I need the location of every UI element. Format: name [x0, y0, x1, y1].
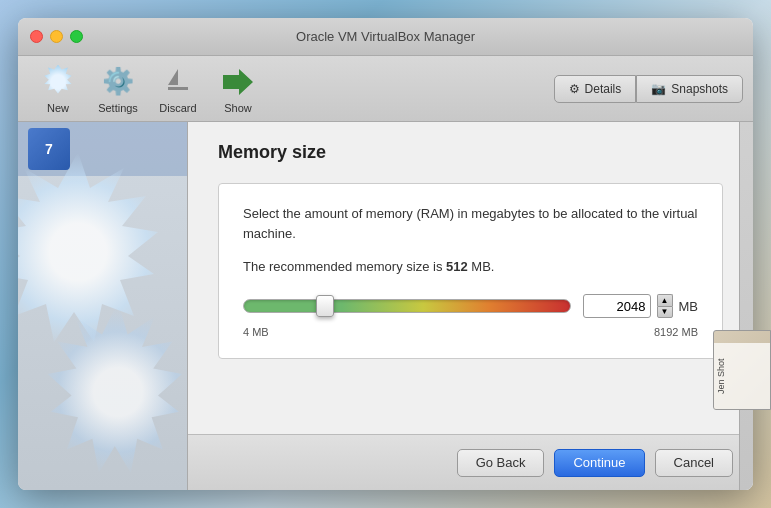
tab-details[interactable]: ⚙ Details: [554, 75, 637, 103]
go-back-button[interactable]: Go Back: [457, 449, 545, 477]
toolbar-right: ⚙ Details 📷 Snapshots: [554, 75, 743, 103]
snapshot-label: Jen Shot: [716, 346, 727, 406]
toolbar: New ⚙️ Settings Discard: [18, 56, 753, 122]
gear-icon: ⚙️: [100, 64, 136, 100]
slider-min-label: 4 MB: [243, 326, 269, 338]
memory-input-group: ▲ ▼ MB: [583, 294, 699, 318]
slider-max-label: 8192 MB: [654, 326, 698, 338]
decorative-starburst-1: [18, 152, 178, 352]
memory-spinner: ▲ ▼: [657, 294, 673, 318]
dialog-recommended: The recommended memory size is 512 MB.: [243, 259, 698, 274]
continue-button[interactable]: Continue: [554, 449, 644, 477]
toolbar-item-settings[interactable]: ⚙️ Settings: [88, 61, 148, 117]
close-button[interactable]: [30, 30, 43, 43]
memory-slider-thumb[interactable]: [316, 295, 334, 317]
spinner-up-button[interactable]: ▲: [657, 294, 673, 306]
main-panel: Memory size Select the amount of memory …: [188, 122, 753, 490]
tab-snapshots[interactable]: 📷 Snapshots: [636, 75, 743, 103]
cancel-button[interactable]: Cancel: [655, 449, 733, 477]
svg-marker-0: [168, 69, 178, 85]
toolbar-item-discard[interactable]: Discard: [148, 61, 208, 117]
right-scrollbar[interactable]: [739, 122, 753, 490]
toolbar-item-new[interactable]: New: [28, 61, 88, 117]
dialog-title: Memory size: [218, 142, 723, 163]
content-area: 7 Memory size Select the amount of memor…: [18, 122, 753, 490]
dialog-box: Select the amount of memory (RAM) in meg…: [218, 183, 723, 359]
memory-slider-track[interactable]: [243, 299, 571, 313]
gear-small-icon: ⚙: [569, 82, 580, 96]
traffic-lights: [30, 30, 83, 43]
slider-container: ▲ ▼ MB: [243, 294, 698, 318]
memory-input[interactable]: [583, 294, 651, 318]
svg-rect-1: [168, 87, 188, 90]
vm-icon: 7: [28, 128, 70, 170]
vm-list-item[interactable]: 7: [18, 122, 187, 176]
toolbar-label-show: Show: [224, 102, 252, 114]
main-window: Oracle VM VirtualBox Manager New ⚙️ Sett…: [18, 18, 753, 490]
toolbar-label-discard: Discard: [159, 102, 196, 114]
minimize-button[interactable]: [50, 30, 63, 43]
toolbar-label-new: New: [47, 102, 69, 114]
discard-icon: [160, 64, 196, 100]
dialog-footer: Go Back Continue Cancel: [188, 434, 753, 490]
toolbar-label-settings: Settings: [98, 102, 138, 114]
maximize-button[interactable]: [70, 30, 83, 43]
dialog-description: Select the amount of memory (RAM) in meg…: [243, 204, 698, 243]
slider-labels: 4 MB 8192 MB: [243, 326, 698, 338]
svg-marker-2: [223, 69, 253, 95]
snapshot-thumbnail[interactable]: Jen Shot: [713, 330, 771, 410]
new-icon: [40, 64, 76, 100]
show-icon: [220, 64, 256, 100]
camera-icon: 📷: [651, 82, 666, 96]
window-title: Oracle VM VirtualBox Manager: [296, 29, 475, 44]
toolbar-item-show[interactable]: Show: [208, 61, 268, 117]
spinner-down-button[interactable]: ▼: [657, 306, 673, 318]
dialog-content: Memory size Select the amount of memory …: [188, 122, 753, 434]
sidebar: 7: [18, 122, 188, 490]
memory-unit: MB: [679, 299, 699, 314]
titlebar: Oracle VM VirtualBox Manager: [18, 18, 753, 56]
